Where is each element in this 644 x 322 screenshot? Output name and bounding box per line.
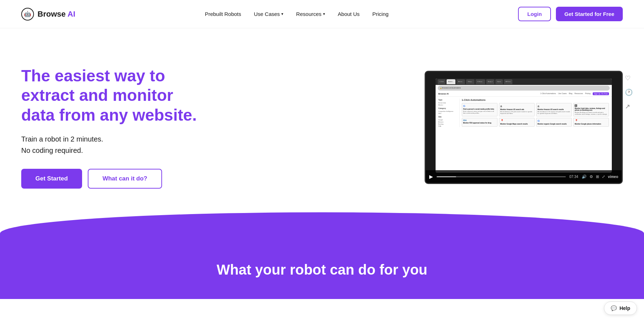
volume-icon[interactable]: 🔊 xyxy=(582,174,587,179)
clock-icon[interactable]: 🕐 xyxy=(625,88,633,97)
fullscreen-icon[interactable]: ⤢ xyxy=(602,174,605,179)
video-content-area: Type Extract data Monitor Category Compe… xyxy=(436,97,612,129)
nav-resources[interactable]: Resources ▾ xyxy=(296,11,325,17)
hero-heading: The easiest way to extract and monitor d… xyxy=(21,66,205,125)
nav-actions: Login Get Started for Free xyxy=(518,7,623,21)
video-card: a Monitor Amazon US search ads Monitor A… xyxy=(499,103,535,116)
get-started-cta-button[interactable]: Get Started for Free xyxy=(556,7,623,21)
url-bar: 🔒 browseal.com/automations xyxy=(438,86,610,91)
video-inner: 1-Click Autom... Memo... Setup... G Brow… xyxy=(426,72,622,183)
browser-tab: 1-Click xyxy=(438,79,445,84)
video-screen: 1-Click Autom... Memo... Setup... G Brow… xyxy=(436,79,612,173)
logo-icon: 🤖 xyxy=(21,8,34,21)
progress-bar[interactable] xyxy=(437,176,566,177)
video-controls: ▶ 07:34 🔊 ⚙ ⊞ ⤢ vimeo xyxy=(426,170,622,183)
nav-prebuilt-robots[interactable]: Prebuilt Robots xyxy=(205,11,241,17)
nav-pricing[interactable]: Pricing xyxy=(372,11,389,17)
hero-subtext: Train a robot in 2 minutes. No coding re… xyxy=(21,133,205,156)
play-button[interactable]: ▶ xyxy=(429,174,433,179)
chevron-down-icon: ▾ xyxy=(323,12,325,16)
video-overlay-icons: ♡ 🕐 ↗ xyxy=(625,71,633,115)
video-control-icons: 🔊 ⚙ ⊞ ⤢ vimeo xyxy=(582,174,618,179)
nav-links: Prebuilt Robots Use Cases ▾ Resources ▾ … xyxy=(205,11,389,17)
video-card: G Find a person's social media profile l… xyxy=(462,103,498,116)
nav-use-cases[interactable]: Use Cases ▾ xyxy=(254,11,283,17)
browser-tab-bar: 1-Click Autom... Memo... Setup... G Brow… xyxy=(436,79,612,85)
purple-section: What your robot can do for you xyxy=(0,234,644,299)
login-button[interactable]: Login xyxy=(518,7,551,21)
video-card: 📍 Monitor Google places information xyxy=(573,118,609,127)
browser-tab: API Doc xyxy=(504,79,513,84)
nav-about-us[interactable]: About Us xyxy=(338,11,360,17)
what-can-it-do-button[interactable]: What can it do? xyxy=(88,169,162,189)
heart-icon[interactable]: ♡ xyxy=(625,74,633,83)
video-card: FDA Monitor FDA approval status for drug xyxy=(462,118,498,127)
browser-tab: G Brow... xyxy=(476,79,485,84)
settings-icon[interactable]: ⚙ xyxy=(590,174,593,179)
logo-text: Browse AI xyxy=(38,10,75,19)
video-card: 🅱 Monitor hotel data, reviews, listings … xyxy=(573,103,609,116)
progress-fill xyxy=(437,176,456,177)
browser-tab: Memo... xyxy=(456,79,465,84)
browser-tab: Study 1 xyxy=(486,79,495,84)
hero-right: ♡ 🕐 ↗ 👤 1-Click Autom... Memo... Setup..… xyxy=(425,71,623,184)
share-icon[interactable]: ↗ xyxy=(625,103,633,111)
video-time: 07:34 xyxy=(569,175,578,179)
navbar: 🤖 Browse AI Prebuilt Robots Use Cases ▾ … xyxy=(0,0,644,28)
video-card: a Monitor Amazon US search results Monit… xyxy=(536,103,572,116)
hero-section: The easiest way to extract and monitor d… xyxy=(0,28,644,205)
logo[interactable]: 🤖 Browse AI xyxy=(21,8,75,21)
hero-buttons: Get Started What can it do? xyxy=(21,169,205,189)
video-container: 👤 1-Click Autom... Memo... Setup... G Br… xyxy=(425,71,623,184)
video-site-nav: Browse AI 1-Click Automations Use Cases … xyxy=(436,91,612,97)
browser-tab-active: Autom... xyxy=(447,79,455,84)
hero-left: The easiest way to extract and monitor d… xyxy=(21,66,205,189)
get-started-button[interactable]: Get Started xyxy=(21,169,82,189)
video-card: G Monitor organic Google search results xyxy=(536,118,572,127)
pip-icon[interactable]: ⊞ xyxy=(596,174,599,179)
browser-tab: Setup... xyxy=(466,79,475,84)
browser-tab: Home xyxy=(495,79,503,84)
chevron-down-icon: ▾ xyxy=(281,12,283,16)
section-heading: What your robot can do for you xyxy=(21,262,623,278)
vimeo-logo: vimeo xyxy=(608,175,618,179)
video-card: 📍 Monitor Google Maps search results xyxy=(499,118,535,127)
